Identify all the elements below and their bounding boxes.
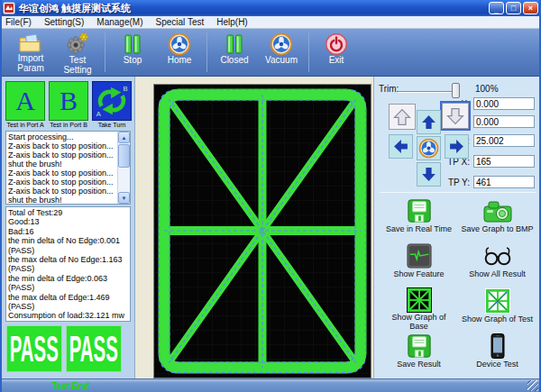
phone-icon <box>491 333 505 360</box>
pause-icon <box>223 32 246 56</box>
close-button[interactable]: × <box>523 2 538 14</box>
toolbar-separator <box>206 32 207 72</box>
scrollbar[interactable]: ▲ ▼ <box>117 132 130 204</box>
status-text: Test End <box>51 381 88 391</box>
process-log[interactable]: Start processing... Z-axis back to stop … <box>5 131 131 205</box>
menubar: File(F) Setting(S) Manage(M) Special Tes… <box>2 16 539 29</box>
jog-down-button[interactable] <box>417 162 441 187</box>
action-button-grid: Save in Real Time Save Graph to BMP <box>380 196 536 376</box>
toolbar-label: Vacuum <box>265 56 298 66</box>
minimize-button[interactable]: _ <box>489 2 504 14</box>
y-field[interactable] <box>473 115 535 128</box>
take-turn-caption: Take Turn <box>90 122 133 128</box>
test-pattern-canvas[interactable] <box>153 84 371 378</box>
save-in-real-time-button[interactable]: Save in Real Time <box>380 196 458 241</box>
test-setting-button[interactable]: Test Setting <box>54 31 101 74</box>
pass-b-label: PASS <box>69 327 118 370</box>
left-panel: A B A B Test in Port A Test in Port B Ta… <box>2 77 135 378</box>
vacuum-button[interactable]: Vacuum <box>258 31 305 74</box>
toolbar-label: Exit <box>329 56 344 66</box>
stop-button[interactable]: Stop <box>109 31 156 74</box>
x-field[interactable] <box>473 97 535 110</box>
port-a-caption: Test in Port A <box>4 122 47 128</box>
center-panel <box>135 77 373 378</box>
floppy-icon <box>407 333 432 360</box>
camera-icon <box>483 197 512 224</box>
show-feature-button[interactable]: Show Feature <box>380 241 458 286</box>
import-param-button[interactable]: Import Param <box>7 31 54 74</box>
window-title: 华谊创鸿 触摸屏测试系统 <box>19 2 489 15</box>
toolbar-label: Home <box>168 56 192 66</box>
gear-icon <box>66 32 89 56</box>
menu-file[interactable]: File(F) <box>5 17 32 27</box>
tp-y-field[interactable] <box>473 176 535 188</box>
take-turn-button[interactable]: A B <box>92 81 132 121</box>
toolbar-label: Closed <box>220 56 248 66</box>
waveform-icon <box>407 242 432 269</box>
save-result-button[interactable]: Save Result <box>380 331 458 376</box>
result-log-text: Total of Test:29 Good:13 Bad:16 the min … <box>6 207 130 322</box>
process-log-text: Start processing... Z-axis back to stop … <box>6 132 117 205</box>
tp-x-field[interactable] <box>473 155 535 168</box>
toolbar-label: Import Param <box>13 54 49 73</box>
pause-icon <box>121 32 144 56</box>
pass-indicator-b: PASS <box>66 325 122 372</box>
recycle-arrows-icon: A B <box>93 82 131 123</box>
toolbar-label: Test Setting <box>60 56 96 75</box>
jog-right-button[interactable] <box>445 134 469 159</box>
menu-help[interactable]: Help(H) <box>216 17 247 27</box>
menu-setting[interactable]: Setting(S) <box>44 17 84 27</box>
show-all-result-button[interactable]: Show All Result <box>458 241 536 286</box>
closed-button[interactable]: Closed <box>211 31 258 74</box>
maximize-button[interactable]: □ <box>506 2 521 14</box>
show-graph-of-base-button[interactable]: Show Graph of Base <box>380 286 458 331</box>
test-port-b-button[interactable]: B <box>49 81 88 121</box>
result-log[interactable]: Total of Test:29 Good:13 Bad:16 the min … <box>5 206 131 322</box>
scroll-up-icon[interactable]: ▲ <box>118 132 130 143</box>
pass-indicator-a: PASS <box>6 325 62 372</box>
toolbar-separator <box>308 32 309 72</box>
svg-text:A: A <box>96 110 102 118</box>
app-window: 华谊创鸿 触摸屏测试系统 _ □ × File(F) Setting(S) Ma… <box>0 0 541 392</box>
action-label: Save in Real Time <box>382 225 456 234</box>
power-icon <box>325 32 348 56</box>
show-graph-of-test-button[interactable]: Show Graph of Test <box>458 286 536 331</box>
action-label: Show All Result <box>461 270 535 279</box>
z-up-button[interactable] <box>389 104 416 130</box>
toolbar-label: Stop <box>124 56 142 66</box>
right-panel: Trim: 100% X: Y: Z: TP X: TP Y: <box>373 77 541 378</box>
menu-special-test[interactable]: Special Test <box>156 17 205 27</box>
test-port-a-button[interactable]: A <box>5 81 45 121</box>
globe-icon <box>168 32 191 56</box>
right-arrow-icon <box>447 137 466 156</box>
resize-grip[interactable] <box>527 380 538 391</box>
jog-home-button[interactable] <box>417 136 441 160</box>
graph-base-icon <box>407 287 432 313</box>
port-b-caption: Test in Port B <box>47 122 90 128</box>
jog-up-button[interactable] <box>417 110 441 134</box>
glasses-icon <box>482 242 513 269</box>
scroll-thumb[interactable] <box>118 144 130 168</box>
globe-icon <box>270 32 293 56</box>
z-down-button[interactable] <box>442 103 469 129</box>
home-button[interactable]: Home <box>156 31 203 74</box>
app-icon <box>3 2 15 14</box>
import-folder-icon <box>19 32 42 54</box>
down-arrow-outline-icon <box>445 105 466 127</box>
exit-button[interactable]: Exit <box>313 31 360 74</box>
action-label: Show Feature <box>382 270 456 279</box>
trim-slider[interactable] <box>399 91 458 93</box>
z-field[interactable] <box>473 134 535 147</box>
trim-slider-handle[interactable] <box>452 83 460 98</box>
statusbar: Test End <box>2 378 539 392</box>
up-arrow-icon <box>419 113 438 132</box>
svg-text:B: B <box>123 85 127 93</box>
menu-manage[interactable]: Manage(M) <box>96 17 142 27</box>
port-b-letter: B <box>60 87 78 114</box>
jog-left-button[interactable] <box>389 134 413 159</box>
action-label: Show Graph of Base <box>382 314 456 332</box>
device-test-button[interactable]: Device Test <box>458 331 536 376</box>
save-graph-to-bmp-button[interactable]: Save Graph to BMP <box>458 196 536 241</box>
scroll-down-icon[interactable]: ▼ <box>118 192 130 204</box>
pass-a-label: PASS <box>10 327 59 370</box>
